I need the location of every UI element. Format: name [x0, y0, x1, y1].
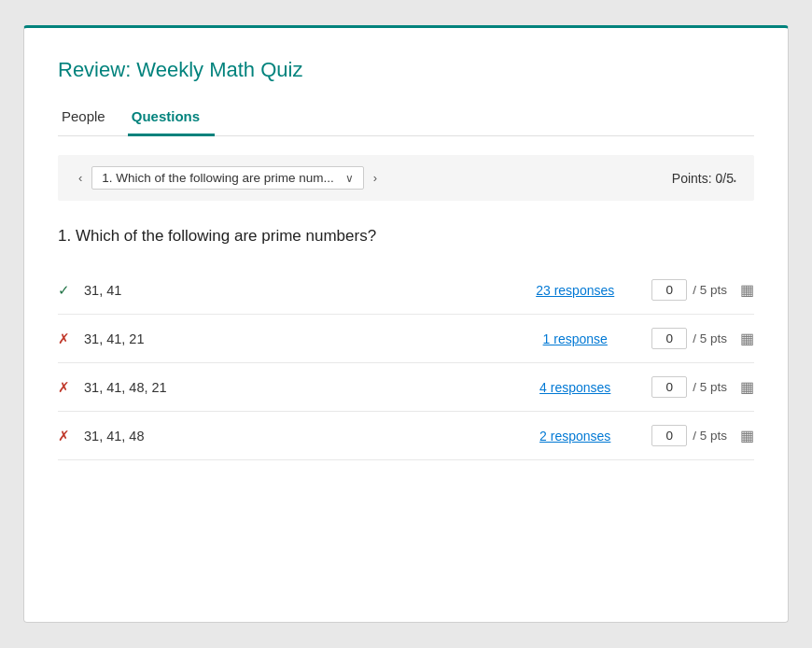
points-input[interactable]	[651, 328, 687, 349]
answer-row: ✗ 31, 41, 48 2 responses / 5 pts ▦	[58, 412, 754, 460]
responses-link[interactable]: 2 responses	[528, 429, 622, 444]
more-options-button[interactable]: ...	[718, 166, 739, 185]
responses-link[interactable]: 1 response	[528, 331, 622, 346]
answer-text: 31, 41, 48	[84, 429, 528, 444]
tab-people[interactable]: People	[58, 101, 120, 136]
answer-row: ✗ 31, 41, 21 1 response / 5 pts ▦	[58, 315, 754, 363]
main-card: Review: Weekly Math Quiz People Question…	[23, 25, 789, 623]
incorrect-icon: ✗	[58, 331, 84, 347]
points-input-group: / 5 pts	[651, 425, 727, 446]
tab-questions[interactable]: Questions	[128, 101, 215, 136]
question-nav-bar: ‹ 1. Which of the following are prime nu…	[58, 155, 754, 201]
points-input-group: / 5 pts	[651, 376, 727, 398]
answer-text: 31, 41, 21	[84, 331, 528, 346]
pts-text: / 5 pts	[693, 331, 727, 345]
chevron-down-icon: ∨	[345, 172, 354, 185]
answer-text: 31, 41, 48, 21	[84, 380, 528, 395]
points-input[interactable]	[651, 376, 687, 398]
tabs-bar: People Questions	[58, 101, 754, 136]
pts-text: / 5 pts	[693, 429, 727, 443]
question-dropdown-text: 1. Which of the following are prime num.…	[102, 171, 333, 185]
answer-text: 31, 41	[84, 283, 528, 298]
pts-text: / 5 pts	[693, 380, 727, 394]
answer-row: ✓ 31, 41 23 responses / 5 pts ▦	[58, 266, 754, 315]
points-input[interactable]	[651, 279, 687, 301]
comment-icon[interactable]: ▦	[740, 378, 754, 396]
comment-icon[interactable]: ▦	[740, 427, 754, 444]
prev-question-arrow[interactable]: ‹	[75, 169, 86, 187]
next-question-arrow[interactable]: ›	[370, 169, 381, 187]
points-input-group: / 5 pts	[651, 328, 727, 349]
question-nav-left: ‹ 1. Which of the following are prime nu…	[75, 166, 381, 190]
responses-link[interactable]: 23 responses	[528, 283, 622, 298]
incorrect-icon: ✗	[58, 379, 84, 396]
page-title: Review: Weekly Math Quiz	[58, 58, 754, 82]
points-input[interactable]	[651, 425, 687, 446]
responses-link[interactable]: 4 responses	[528, 380, 622, 395]
pts-text: / 5 pts	[693, 283, 727, 297]
question-dropdown[interactable]: 1. Which of the following are prime num.…	[91, 166, 363, 190]
incorrect-icon: ✗	[58, 428, 84, 444]
correct-icon: ✓	[58, 282, 84, 299]
question-title: 1. Which of the following are prime numb…	[58, 227, 754, 246]
comment-icon[interactable]: ▦	[740, 330, 754, 347]
answer-row: ✗ 31, 41, 48, 21 4 responses / 5 pts ▦	[58, 363, 754, 412]
points-input-group: / 5 pts	[651, 279, 727, 301]
comment-icon[interactable]: ▦	[740, 281, 754, 299]
